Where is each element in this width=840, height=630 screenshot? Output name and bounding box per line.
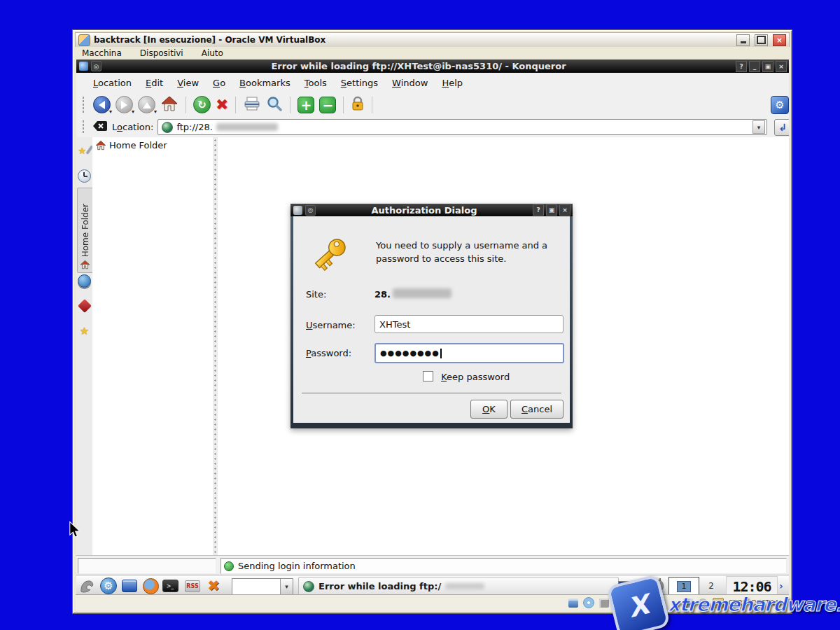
konqueror-launcher[interactable]: ⚙: [100, 578, 117, 594]
keep-password-row[interactable]: Keep password: [423, 371, 510, 382]
find-button[interactable]: [266, 95, 283, 115]
dialog-titlebar[interactable]: ◎ Authorization Dialog ? ▣ ×: [290, 204, 573, 216]
sidebar-tab-root-button[interactable]: [78, 297, 91, 315]
close-button[interactable]: ×: [559, 204, 570, 216]
sidebar-tab-network-button[interactable]: [78, 272, 91, 290]
watermark-text: xtremehardware.it: [668, 594, 840, 615]
forward-button[interactable]: ▾: [115, 96, 133, 113]
firefox-icon: [143, 578, 159, 594]
status-message-area: Sending login information: [220, 558, 787, 574]
minimize-button[interactable]: [736, 34, 750, 46]
back-dropdown-icon[interactable]: ▾: [109, 108, 112, 115]
password-input[interactable]: ●●●●●●●●: [374, 343, 564, 363]
toolbar-separator: [186, 97, 186, 113]
forward-dropdown-icon[interactable]: ▾: [132, 108, 134, 115]
zoom-out-button[interactable]: −: [319, 97, 336, 113]
dialog-app-icon: [293, 206, 302, 215]
firefox-launcher[interactable]: [142, 578, 159, 594]
up-button[interactable]: ▾: [138, 96, 155, 113]
maximize-button[interactable]: [755, 34, 768, 46]
menu-location[interactable]: Location: [86, 78, 139, 88]
help-button[interactable]: ?: [533, 204, 544, 216]
message-line-2: password to access this site.: [376, 253, 506, 264]
sticky-pin-icon[interactable]: ◎: [305, 205, 316, 216]
location-input[interactable]: ftp://28. ▾: [158, 119, 767, 135]
close-button[interactable]: ×: [776, 61, 787, 72]
minimize-button[interactable]: _: [749, 61, 760, 72]
reload-button[interactable]: ↻: [193, 96, 211, 113]
menu-help[interactable]: Help: [435, 78, 470, 88]
home-button[interactable]: [160, 95, 178, 115]
authorization-dialog: ◎ Authorization Dialog ? ▣ ×: [290, 204, 573, 428]
help-button[interactable]: ?: [736, 61, 747, 72]
konqueror-titlebar[interactable]: ◎ Error while loading ftp://XHTest@ib-na…: [76, 59, 789, 73]
watermark-x-logo: X: [606, 574, 671, 630]
stop-button[interactable]: ✖: [216, 96, 228, 113]
close-button[interactable]: ×: [773, 34, 786, 46]
tree-item-home-folder[interactable]: Home Folder: [92, 137, 213, 150]
password-value: ●●●●●●●●: [380, 349, 440, 358]
sidebar-tab-bookmarks-button[interactable]: ★: [78, 141, 91, 160]
go-button[interactable]: ↲: [774, 119, 789, 136]
menu-view[interactable]: View: [170, 78, 206, 88]
minimize-icon: [741, 41, 746, 43]
orange-x-icon: ✖: [207, 578, 220, 594]
sidebar-tab-home-folder-active[interactable]: Home Folder: [77, 188, 93, 273]
username-label: Username:: [306, 320, 356, 330]
username-input[interactable]: XHTest: [374, 315, 564, 333]
progress-area: [78, 558, 216, 574]
virtualbox-titlebar[interactable]: backtrack [In esecuzione] - Oracle VM Vi…: [75, 32, 790, 48]
menu-window[interactable]: Window: [385, 78, 435, 88]
network-globe-icon: [78, 274, 91, 288]
desktop-screen-icon: [122, 580, 137, 592]
menu-dispositivi[interactable]: Dispositivi: [140, 48, 183, 58]
menu-settings[interactable]: Settings: [334, 78, 385, 88]
security-button[interactable]: [351, 95, 365, 115]
menu-macchina[interactable]: Macchina: [82, 48, 122, 58]
location-toolbar: Location: ftp://28. ▾ ↲: [76, 117, 789, 138]
mouse-cursor: [69, 521, 81, 539]
site-label: Site:: [306, 289, 326, 300]
watermark: X xtremehardware.it: [610, 578, 834, 630]
toolbar-drag-handle[interactable]: [82, 96, 85, 113]
print-button[interactable]: [243, 95, 261, 115]
sticky-pin-icon[interactable]: ◎: [91, 61, 102, 71]
clear-location-button[interactable]: [92, 120, 108, 134]
sidebar-tab-services-button[interactable]: ★: [78, 322, 91, 340]
dialog-message: You need to supply a username and a pass…: [376, 239, 547, 265]
location-history-dropdown[interactable]: ▾: [752, 120, 765, 134]
ok-button[interactable]: OK: [470, 400, 507, 419]
menu-tools[interactable]: Tools: [298, 78, 334, 88]
desktop-launcher[interactable]: [121, 578, 138, 594]
menu-aiuto[interactable]: Aiuto: [202, 48, 223, 58]
maximize-button[interactable]: ▣: [546, 204, 557, 216]
rss-launcher[interactable]: RSS: [184, 578, 201, 594]
censored-task-text: [445, 583, 484, 589]
toolbar-separator: [290, 97, 290, 113]
back-icon: [94, 101, 105, 109]
menu-bookmarks[interactable]: Bookmarks: [232, 78, 298, 88]
kmenu-button[interactable]: [79, 578, 96, 594]
cancel-button[interactable]: Cancel: [510, 400, 564, 419]
keep-password-checkbox[interactable]: [423, 371, 433, 382]
maximize-button[interactable]: ▣: [762, 61, 774, 72]
zoom-in-button[interactable]: +: [298, 97, 314, 113]
menu-edit[interactable]: Edit: [139, 78, 170, 88]
panel-splitter[interactable]: [213, 137, 218, 555]
combobox-dropdown-icon[interactable]: ▾: [280, 579, 293, 594]
keep-password-label: Keep password: [441, 372, 510, 382]
bookmark-tools-icon: ★: [78, 144, 91, 157]
hdd-activity-icon: [568, 598, 578, 608]
up-dropdown-icon[interactable]: ▾: [154, 108, 157, 115]
taskbar-combobox[interactable]: ▾: [232, 578, 293, 595]
magnifier-icon: [266, 95, 283, 112]
xchat-launcher[interactable]: ✖: [205, 578, 222, 594]
menu-go[interactable]: Go: [206, 78, 232, 88]
toolbar-drag-handle[interactable]: [82, 120, 85, 134]
toolbar-separator: [372, 97, 372, 113]
task-button-konqueror[interactable]: Error while loading ftp:/: [298, 577, 619, 596]
back-button[interactable]: ▾: [93, 96, 111, 113]
sidebar-tab-history-button[interactable]: [78, 167, 91, 185]
konsole-launcher[interactable]: >_: [162, 578, 178, 594]
text-cursor: [440, 349, 442, 358]
